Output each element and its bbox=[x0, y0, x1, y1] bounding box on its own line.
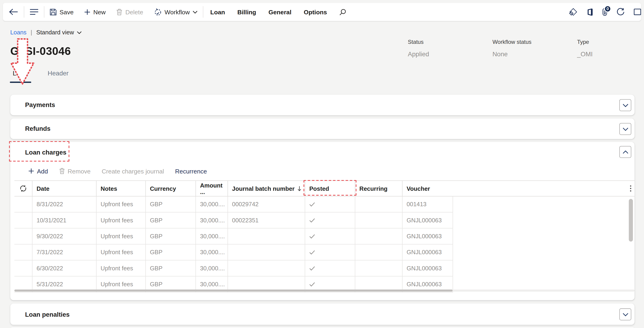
column-header-voucher[interactable]: Voucher bbox=[402, 181, 453, 196]
table-row[interactable]: 9/30/2022Upfront feesGBP30,000....GNJL00… bbox=[14, 228, 453, 244]
new-label: New bbox=[93, 8, 106, 15]
active-tab-underline bbox=[10, 82, 31, 83]
remove-button[interactable]: Remove bbox=[59, 167, 91, 174]
menu-general[interactable]: General bbox=[268, 8, 291, 15]
grid-vertical-scrollbar[interactable] bbox=[629, 199, 633, 241]
search-button[interactable] bbox=[339, 8, 346, 15]
grid-body: 8/31/2022Upfront feesGBP30,000....000297… bbox=[14, 196, 634, 293]
row-selector-cell[interactable] bbox=[14, 228, 32, 244]
workflow-button[interactable]: Workflow bbox=[154, 8, 198, 16]
plus-icon bbox=[28, 168, 34, 174]
loan-penalties-expand-button[interactable] bbox=[619, 308, 631, 321]
cell-date: 7/31/2022 bbox=[32, 244, 96, 260]
refunds-section: Refunds bbox=[10, 119, 634, 139]
posted-check-icon bbox=[309, 250, 315, 255]
save-icon bbox=[50, 8, 56, 15]
grid-horizontal-scrollbar-thumb[interactable] bbox=[14, 290, 452, 292]
table-row[interactable]: 6/30/2022Upfront feesGBP30,000....GNJL00… bbox=[14, 260, 453, 276]
cell-recurring bbox=[355, 196, 402, 212]
cell-voucher: GNJL000063 bbox=[402, 228, 453, 244]
refresh-button[interactable] bbox=[616, 8, 625, 16]
row-selector-cell[interactable] bbox=[14, 244, 32, 260]
cell-notes: Upfront fees bbox=[96, 244, 146, 260]
workflow-status-value: None bbox=[492, 50, 532, 58]
row-selector-cell[interactable] bbox=[14, 260, 32, 276]
refunds-expand-button[interactable] bbox=[619, 123, 631, 135]
menu-options[interactable]: Options bbox=[304, 8, 327, 15]
sitemap-toggle-button[interactable] bbox=[30, 8, 38, 15]
grid-header-filler bbox=[453, 181, 634, 196]
recurrence-button[interactable]: Recurrence bbox=[175, 167, 207, 174]
cell-currency: GBP bbox=[146, 244, 196, 260]
column-header-posted[interactable]: Posted bbox=[305, 181, 355, 196]
sort-descending-icon bbox=[297, 186, 302, 191]
attachments-button[interactable]: 0 bbox=[602, 8, 608, 16]
menu-tabs: Loan Billing General Options bbox=[210, 8, 327, 15]
cell-amount: 30,000.... bbox=[196, 260, 228, 276]
search-icon bbox=[339, 8, 346, 15]
cell-date: 6/30/2022 bbox=[32, 260, 96, 276]
create-charges-journal-button[interactable]: Create charges journal bbox=[102, 167, 164, 174]
menu-loan[interactable]: Loan bbox=[210, 8, 225, 15]
cell-posted bbox=[305, 196, 355, 212]
loan-charges-collapse-button[interactable] bbox=[619, 146, 631, 158]
save-label: Save bbox=[60, 8, 74, 15]
cell-notes: Upfront fees bbox=[96, 212, 146, 228]
cell-currency: GBP bbox=[146, 212, 196, 228]
grid-refresh-cell[interactable] bbox=[14, 181, 32, 196]
menu-billing[interactable]: Billing bbox=[237, 8, 256, 15]
column-header-notes[interactable]: Notes bbox=[96, 181, 146, 196]
page-title: G_SI-03046 bbox=[10, 45, 71, 58]
column-header-currency[interactable]: Currency bbox=[146, 181, 196, 196]
table-row[interactable]: 10/31/2021Upfront feesGBP30,000....00022… bbox=[14, 212, 453, 228]
chevron-down-icon bbox=[77, 31, 82, 34]
cell-posted bbox=[305, 244, 355, 260]
status-value: Applied bbox=[408, 50, 429, 58]
tab-header[interactable]: Header bbox=[45, 70, 71, 80]
posted-check-icon bbox=[309, 234, 315, 238]
back-button[interactable] bbox=[8, 8, 18, 16]
status-label: Status bbox=[408, 39, 429, 45]
column-header-amount[interactable]: Amount ... bbox=[196, 181, 228, 196]
delete-button[interactable]: Delete bbox=[116, 8, 143, 15]
loan-detail-page: Save New Delete Workflow bbox=[0, 0, 644, 328]
breadcrumb-loans-link[interactable]: Loans bbox=[10, 29, 26, 35]
cell-amount: 30,000.... bbox=[196, 244, 228, 260]
posted-check-icon bbox=[309, 202, 315, 207]
save-button[interactable]: Save bbox=[50, 8, 74, 15]
payments-expand-button[interactable] bbox=[619, 99, 631, 111]
posted-check-icon bbox=[309, 266, 315, 271]
cell-currency: GBP bbox=[146, 260, 196, 276]
cell-date: 8/31/2022 bbox=[32, 196, 96, 212]
cell-journal: 00022351 bbox=[228, 212, 305, 228]
column-header-journal-batch-number[interactable]: Journal batch number bbox=[228, 181, 305, 196]
column-header-recurring[interactable]: Recurring bbox=[355, 181, 402, 196]
row-selector-cell[interactable] bbox=[14, 212, 32, 228]
view-selector-label: Standard view bbox=[36, 29, 74, 35]
loan-charges-section: Loan charges Add Remove Create charges j… bbox=[10, 142, 634, 300]
cell-recurring bbox=[355, 244, 402, 260]
column-header-date[interactable]: Date bbox=[32, 181, 96, 196]
row-selector-cell[interactable] bbox=[14, 196, 32, 212]
loan-penalties-section-title: Loan penalties bbox=[25, 311, 70, 318]
trash-icon bbox=[116, 8, 123, 15]
table-row[interactable]: 8/31/2022Upfront feesGBP30,000....000297… bbox=[14, 196, 453, 212]
posted-check-icon bbox=[309, 218, 315, 223]
tab-lines[interactable]: Lines bbox=[10, 70, 30, 80]
record-tabs: Lines Header bbox=[10, 70, 71, 80]
table-row[interactable]: 7/31/2022Upfront feesGBP30,000....GNJL00… bbox=[14, 244, 453, 260]
chevron-down-icon bbox=[622, 313, 628, 316]
cell-amount: 30,000.... bbox=[196, 196, 228, 212]
view-selector[interactable]: Standard view bbox=[36, 29, 82, 35]
grid-horizontal-scrollbar[interactable] bbox=[14, 290, 634, 292]
fullscreen-button[interactable] bbox=[634, 8, 641, 16]
dynamics-apps-button[interactable] bbox=[568, 7, 577, 16]
chevron-down-icon bbox=[622, 104, 628, 107]
office-button[interactable] bbox=[586, 8, 593, 16]
cell-date: 10/31/2021 bbox=[32, 212, 96, 228]
grid-more-options-icon[interactable] bbox=[630, 185, 631, 192]
new-button[interactable]: New bbox=[84, 8, 106, 15]
add-button[interactable]: Add bbox=[28, 167, 48, 174]
command-bar: Save New Delete Workflow bbox=[3, 3, 641, 21]
plus-icon bbox=[84, 9, 90, 15]
